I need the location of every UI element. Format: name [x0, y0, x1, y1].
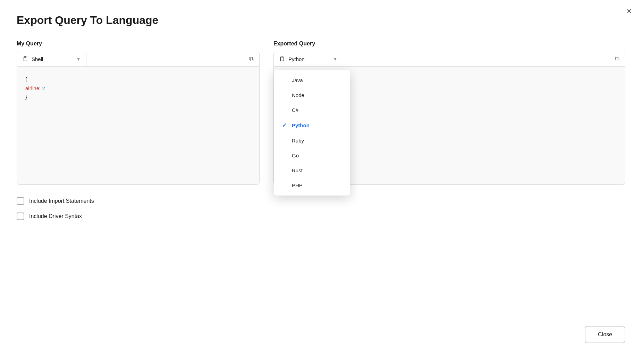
my-query-code-body: { airline: 2 } — [17, 67, 259, 184]
include-import-row[interactable]: Include Import Statements — [17, 197, 260, 205]
exported-query-panel: Exported Query 🗒 Python ▼ Java — [273, 41, 625, 220]
panels-row: My Query 🗒 Shell ▼ ⧉ { airline: 2 } — [17, 41, 625, 220]
code-line-key-value: airline: 2 — [25, 84, 251, 93]
dropdown-label-ruby: Ruby — [292, 138, 304, 144]
dropdown-item-rust[interactable]: Rust — [274, 163, 350, 178]
include-import-label: Include Import Statements — [29, 198, 94, 204]
exported-query-code-box: 🗒 Python ▼ Java Node — [273, 52, 625, 185]
my-query-header: 🗒 Shell ▼ ⧉ — [17, 52, 259, 67]
include-driver-checkbox[interactable] — [17, 213, 24, 220]
exported-query-chevron-icon: ▼ — [333, 57, 337, 62]
dropdown-label-php: PHP — [292, 182, 303, 188]
dropdown-label-csharp: C# — [292, 107, 298, 113]
my-query-panel: My Query 🗒 Shell ▼ ⧉ { airline: 2 } — [17, 41, 260, 220]
exported-query-label: Exported Query — [273, 41, 625, 47]
dropdown-item-go[interactable]: Go — [274, 148, 350, 163]
dropdown-label-node: Node — [292, 92, 304, 98]
my-query-copy-button[interactable]: ⧉ — [244, 52, 259, 66]
my-query-chevron-icon: ▼ — [76, 57, 81, 62]
dropdown-item-ruby[interactable]: Ruby — [274, 133, 350, 148]
dropdown-item-php[interactable]: PHP — [274, 178, 350, 193]
include-import-checkbox[interactable] — [17, 197, 24, 205]
check-icon-python: ✓ — [281, 122, 288, 129]
code-line-open-brace: { — [25, 75, 251, 84]
dropdown-label-go: Go — [292, 153, 299, 158]
dropdown-label-rust: Rust — [292, 167, 303, 173]
language-dropdown: Java Node C# ✓ Python — [274, 70, 350, 196]
close-button[interactable]: Close — [585, 326, 625, 343]
dropdown-item-java[interactable]: Java — [274, 73, 350, 88]
my-query-lang-name: Shell — [32, 56, 74, 62]
my-query-label: My Query — [17, 41, 260, 47]
dropdown-item-python[interactable]: ✓ Python — [274, 118, 350, 133]
include-driver-label: Include Driver Syntax — [29, 213, 82, 219]
include-driver-row[interactable]: Include Driver Syntax — [17, 213, 260, 220]
close-x-button[interactable]: × — [627, 7, 632, 15]
checkboxes-section: Include Import Statements Include Driver… — [17, 197, 260, 220]
shell-icon: 🗒 — [23, 55, 29, 63]
dropdown-item-csharp[interactable]: C# — [274, 103, 350, 118]
python-icon: 🗒 — [279, 55, 286, 63]
exported-query-header: 🗒 Python ▼ Java Node — [274, 52, 625, 67]
dropdown-label-java: Java — [292, 77, 303, 83]
exported-query-copy-button[interactable]: ⧉ — [609, 52, 625, 66]
my-query-code-box: 🗒 Shell ▼ ⧉ { airline: 2 } — [17, 52, 260, 185]
exported-query-lang-name: Python — [288, 56, 330, 62]
page-title: Export Query To Language — [17, 14, 625, 27]
dropdown-label-python: Python — [292, 122, 310, 128]
my-query-lang-selector[interactable]: 🗒 Shell ▼ — [17, 52, 86, 66]
exported-query-lang-selector[interactable]: 🗒 Python ▼ Java Node — [274, 52, 343, 66]
dropdown-item-node[interactable]: Node — [274, 88, 350, 103]
code-line-close-brace: } — [25, 93, 251, 102]
